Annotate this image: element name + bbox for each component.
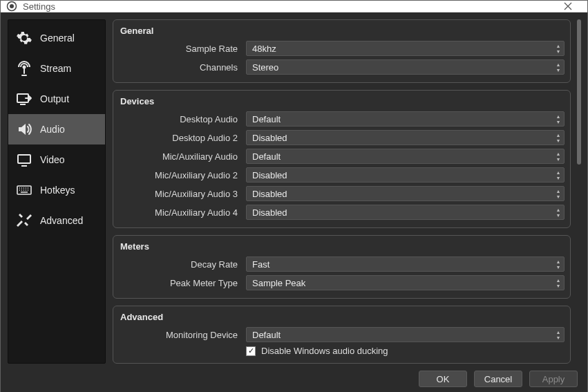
close-button[interactable] [554,1,582,12]
updown-icon: ▲▼ [553,44,564,54]
mic-aux4-label: Mic/Auxiliary Audio 4 [119,207,242,218]
channels-select[interactable]: Stereo ▲▼ [246,59,565,75]
combo-value: Disabled [247,170,553,180]
sidebar-item-label: Output [40,93,69,104]
combo-value: Sample Peak [247,278,553,288]
output-icon [15,90,33,108]
combo-value: 48khz [247,44,553,54]
sidebar-item-output[interactable]: Output [8,84,105,114]
sidebar-item-audio[interactable]: Audio [8,114,105,144]
body: General Stream Output [1,12,587,392]
mic-aux2-label: Mic/Auxiliary Audio 2 [119,170,242,180]
sidebar-item-label: Video [40,154,65,165]
cancel-button[interactable]: Cancel [474,371,522,387]
group-title: General [120,26,565,36]
sidebar: General Stream Output [8,19,106,364]
combo-value: Default [247,151,553,162]
content: General Sample Rate 48khz ▲▼ Channels St [106,19,573,364]
group-meters: Meters Decay Rate Fast▲▼ Peak Meter Type… [113,235,571,299]
sidebar-item-label: Stream [40,63,71,74]
apply-button[interactable]: Apply [529,371,578,387]
group-advanced: Advanced Monitoring Device Default▲▼ ✓ D… [113,306,571,364]
desktop-audio2-select[interactable]: Disabled▲▼ [246,130,565,145]
updown-icon: ▲▼ [553,207,564,218]
updown-icon: ▲▼ [553,278,564,288]
updown-icon: ▲▼ [553,114,564,124]
keyboard-icon [15,181,33,199]
combo-value: Default [247,114,553,124]
window-title: Settings [23,1,55,12]
monitoring-device-select[interactable]: Default▲▼ [246,327,565,342]
settings-window: Settings General Stream [0,0,588,392]
video-icon [15,151,33,169]
svg-point-1 [10,4,14,8]
content-wrap: General Sample Rate 48khz ▲▼ Channels St [106,19,585,364]
combo-value: Disabled [247,207,553,218]
sidebar-item-general[interactable]: General [8,23,105,53]
updown-icon: ▲▼ [553,330,564,340]
group-devices: Devices Desktop Audio Default▲▼ Desktop … [113,90,571,228]
mic-aux3-label: Mic/Auxiliary Audio 3 [119,189,242,199]
titlebar: Settings [1,1,587,12]
mic-aux-label: Mic/Auxiliary Audio [119,151,242,162]
group-general: General Sample Rate 48khz ▲▼ Channels St [113,19,571,83]
updown-icon: ▲▼ [553,189,564,199]
channels-label: Channels [119,62,242,73]
decay-rate-select[interactable]: Fast▲▼ [246,256,565,272]
svg-rect-4 [18,155,30,163]
decay-rate-label: Decay Rate [119,259,242,270]
sidebar-item-label: Hotkeys [40,185,75,196]
tools-icon [15,212,33,230]
group-title: Devices [120,96,565,106]
combo-value: Default [247,330,553,340]
audio-icon [15,120,33,138]
desktop-audio-select[interactable]: Default▲▼ [246,111,565,127]
scrollbar[interactable] [575,19,583,364]
updown-icon: ▲▼ [553,170,564,180]
peak-meter-type-select[interactable]: Sample Peak▲▼ [246,275,565,290]
updown-icon: ▲▼ [553,151,564,162]
mic-aux4-select[interactable]: Disabled▲▼ [246,205,565,220]
group-title: Advanced [120,312,565,322]
combo-value: Fast [247,259,553,270]
sidebar-item-stream[interactable]: Stream [8,53,105,84]
sidebar-item-label: General [40,32,75,44]
sidebar-item-advanced[interactable]: Advanced [8,205,105,236]
mic-aux3-select[interactable]: Disabled▲▼ [246,186,565,201]
combo-value: Disabled [247,189,553,199]
combo-value: Stereo [247,62,553,73]
sidebar-item-hotkeys[interactable]: Hotkeys [8,175,105,205]
disable-ducking-checkbox[interactable]: ✓ [246,346,256,356]
sample-rate-label: Sample Rate [119,44,242,54]
stream-icon [15,59,33,77]
updown-icon: ▲▼ [553,259,564,270]
desktop-audio2-label: Desktop Audio 2 [119,133,242,143]
app-icon [6,1,17,12]
disable-ducking-label: Disable Windows audio ducking [261,346,388,356]
desktop-audio-label: Desktop Audio [119,114,242,124]
mic-aux2-select[interactable]: Disabled▲▼ [246,167,565,183]
footer: OK Cancel Apply [8,368,585,389]
ok-button[interactable]: OK [419,371,467,387]
sidebar-item-label: Audio [40,124,65,135]
sample-rate-select[interactable]: 48khz ▲▼ [246,41,565,56]
main-row: General Stream Output [8,19,585,364]
updown-icon: ▲▼ [553,133,564,143]
sidebar-item-video[interactable]: Video [8,144,105,175]
scrollbar-thumb[interactable] [577,19,581,165]
gear-icon [15,29,33,47]
monitoring-device-label: Monitoring Device [119,330,242,340]
peak-meter-type-label: Peak Meter Type [119,278,242,288]
mic-aux-select[interactable]: Default▲▼ [246,149,565,164]
updown-icon: ▲▼ [553,62,564,73]
combo-value: Disabled [247,133,553,143]
sidebar-item-label: Advanced [40,215,83,226]
group-title: Meters [120,241,565,252]
